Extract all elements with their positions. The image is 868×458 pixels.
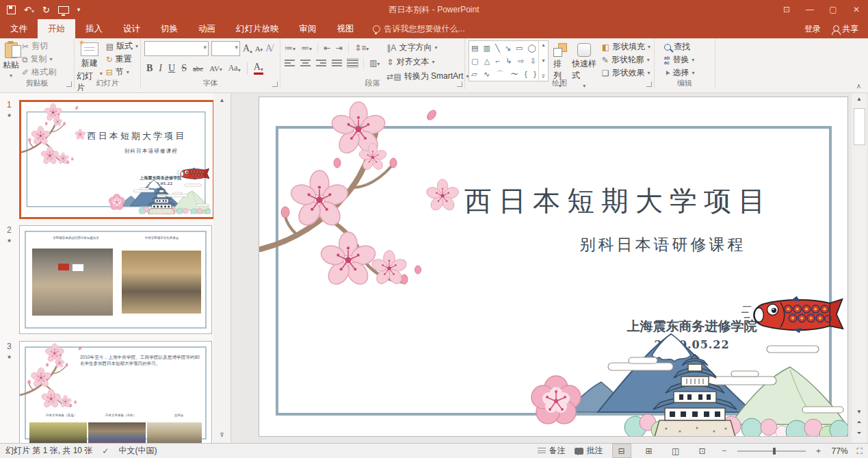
dialog-launcher-icon[interactable] (646, 81, 652, 87)
shape-down-arrow-icon[interactable]: ⇩ (530, 57, 536, 65)
shape-parallelogram-icon[interactable]: ▱ (471, 70, 477, 78)
vertical-scrollbar[interactable]: ▲ ▼ ⏶ ⏷ (852, 93, 867, 444)
sign-in-button[interactable]: 登录 (804, 23, 821, 35)
thumbnail-slide-2[interactable]: 学院领导老师访问西日本短期大学 中侨学院项目学生座谈会 (19, 225, 212, 334)
ribbon-display-options-icon[interactable]: ⊡ (775, 0, 798, 19)
font-name-combobox[interactable] (144, 41, 209, 56)
zoom-slider-thumb[interactable] (773, 448, 776, 455)
fit-to-window-icon[interactable]: ⛶ (857, 446, 863, 456)
slide-canvas[interactable]: 西日本短期大学项目 别科日本语研修课程 上海震东商务进修学院 2020.05.2… (259, 97, 848, 437)
shape-vertical-textbox-icon[interactable]: ▥ (484, 44, 490, 52)
clear-formatting-button[interactable]: A̸ (265, 43, 272, 54)
dialog-launcher-icon[interactable] (457, 81, 462, 87)
shape-curve-icon[interactable]: 〜 (510, 70, 518, 78)
justify-icon[interactable] (332, 59, 342, 67)
increase-indent-icon[interactable]: ⇥ (336, 43, 343, 53)
distributed-icon[interactable] (347, 59, 358, 67)
next-slide-icon[interactable]: ⏷ (852, 430, 867, 437)
customize-qat-icon[interactable]: ▾ (77, 6, 81, 13)
align-left-icon[interactable] (285, 59, 295, 67)
tab-home[interactable]: 开始 (38, 19, 75, 38)
gallery-up-icon[interactable]: ▲ (541, 42, 546, 47)
tab-slideshow[interactable]: 幻灯片放映 (226, 19, 289, 38)
shape-elbow-arrow-icon[interactable]: ↳ (505, 57, 512, 65)
tell-me-box[interactable]: 告诉我您想要做什么... (365, 19, 473, 38)
tab-design[interactable]: 设计 (113, 19, 150, 38)
change-case-button[interactable]: Aa▾ (228, 63, 241, 73)
shape-textbox-icon[interactable]: ▤ (471, 44, 478, 52)
scroll-down-icon[interactable]: ▼ (852, 409, 867, 415)
shrink-font-button[interactable]: A▾ (255, 44, 263, 53)
undo-icon[interactable]: ↶▾ (24, 5, 34, 15)
decrease-indent-icon[interactable]: ⇤ (324, 43, 330, 53)
shape-right-brace-icon[interactable]: } (534, 70, 536, 78)
shape-elbow-icon[interactable]: ⌐ (496, 57, 500, 65)
grow-font-button[interactable]: A▴ (243, 43, 252, 54)
shape-fill-button[interactable]: ◧形状填充▾ (602, 40, 650, 53)
shape-oval-icon[interactable]: ◯ (528, 44, 536, 52)
tab-view[interactable]: 视图 (327, 19, 365, 38)
scroll-down-icon[interactable]: ⊽ (213, 432, 231, 438)
copy-button[interactable]: ⧉复制▾ (22, 53, 56, 66)
thumbnail-slide-3[interactable]: 2010年至今，上海中侨学院、工商学院以及思博学院等约80名学生参加西日本短期大… (19, 341, 212, 444)
zoom-in-icon[interactable]: ＋ (815, 445, 823, 457)
tab-transitions[interactable]: 切换 (150, 19, 188, 38)
align-center-icon[interactable] (300, 59, 311, 67)
zoom-slider[interactable] (737, 450, 806, 452)
italic-button[interactable]: I (159, 63, 162, 74)
slideshow-view-button[interactable]: ⊡ (694, 444, 711, 457)
numbering-icon[interactable]: ≕▾ (301, 43, 312, 53)
dialog-launcher-icon[interactable] (272, 81, 278, 87)
shape-rounded-rect-icon[interactable]: ▢ (471, 57, 478, 65)
shape-right-arrow-icon[interactable]: ⇨ (518, 57, 524, 65)
shape-arc-icon[interactable]: ⌒ (497, 70, 504, 78)
scrollbar-thumb[interactable] (854, 108, 865, 145)
cut-button[interactable]: ✂剪切 (22, 40, 56, 53)
tab-animations[interactable]: 动画 (188, 19, 226, 38)
share-button[interactable]: 共享 (833, 23, 858, 35)
layout-button[interactable]: ▤版式▾ (106, 40, 138, 53)
slide-sorter-view-button[interactable]: ⊞ (640, 444, 658, 457)
shape-line-icon[interactable]: ╲ (495, 44, 500, 52)
shape-scribble-icon[interactable]: ∿ (484, 70, 490, 78)
thumbnail-slide-1[interactable]: 西日本短期大学项目 别科日本语研修课程 上海震东商务进修学院 2020.05.2… (19, 100, 213, 219)
replace-button[interactable]: abac替换▾ (664, 53, 715, 66)
underline-button[interactable]: U (168, 63, 175, 74)
reading-view-button[interactable]: ◫ (667, 444, 685, 457)
font-size-combobox[interactable] (211, 41, 240, 56)
slide-subtitle[interactable]: 别科日本语研修课程 (540, 234, 786, 255)
zoom-level[interactable]: 77% (832, 446, 848, 456)
line-spacing-icon[interactable]: ⇕≡▾ (354, 43, 369, 53)
thumbnail-panel-scrollbar[interactable]: ▲ ⊽ (213, 93, 231, 444)
find-button[interactable]: 查找 (664, 40, 715, 53)
slide-title[interactable]: 西日本短期大学项目 (423, 182, 813, 220)
dialog-launcher-icon[interactable] (66, 81, 72, 87)
language-indicator[interactable]: 中文(中国) (118, 445, 157, 457)
shape-left-brace-icon[interactable]: { (525, 70, 527, 78)
redo-icon[interactable]: ↻ (42, 5, 50, 15)
section-button[interactable]: ⊟节▾ (106, 66, 138, 79)
previous-slide-icon[interactable]: ⏶ (852, 419, 867, 426)
start-slideshow-icon[interactable] (58, 6, 69, 14)
bullets-icon[interactable]: ≔▾ (285, 43, 295, 53)
shape-outline-button[interactable]: ✎形状轮廓▾ (602, 53, 650, 66)
character-spacing-button[interactable]: AV▾ (209, 64, 222, 73)
scroll-up-icon[interactable]: ▲ (852, 96, 867, 102)
scroll-up-icon[interactable]: ▲ (213, 97, 231, 103)
paste-button[interactable]: 粘贴 ▾ (3, 40, 19, 79)
format-painter-button[interactable]: ✐格式刷 (22, 66, 56, 79)
text-shadow-button[interactable]: abc (193, 64, 203, 73)
close-icon[interactable]: ✕ (845, 0, 868, 19)
collapse-ribbon-icon[interactable]: ∧ (856, 82, 861, 90)
shape-triangle-icon[interactable]: △ (484, 57, 490, 65)
minimize-icon[interactable]: — (798, 0, 821, 19)
maximize-icon[interactable]: ▢ (821, 0, 845, 19)
align-right-icon[interactable] (316, 59, 326, 67)
reset-button[interactable]: ↻重置 (106, 53, 138, 66)
spell-check-icon[interactable]: ✓ (102, 446, 109, 456)
comments-button[interactable]: 批注 (575, 445, 603, 457)
tab-insert[interactable]: 插入 (75, 19, 113, 38)
text-direction-button[interactable]: ∥A文字方向▾ (386, 40, 469, 55)
shape-rectangle-icon[interactable]: ▭ (516, 44, 523, 52)
strikethrough-button[interactable]: S (181, 63, 187, 74)
